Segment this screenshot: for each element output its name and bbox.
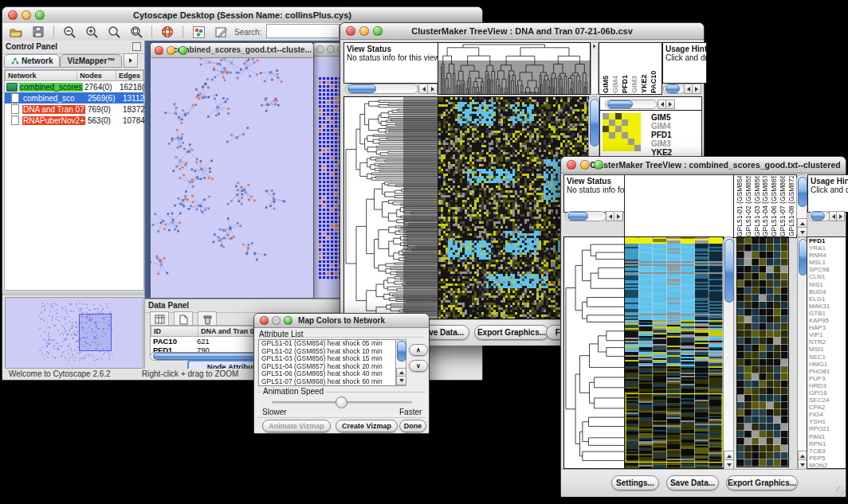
minimize-button[interactable] — [359, 26, 369, 36]
column-label[interactable]: GIM5 — [602, 45, 610, 93]
column-label[interactable]: PAC10 — [650, 45, 658, 93]
zoom-cell[interactable] — [609, 145, 615, 151]
zoom-cell[interactable] — [622, 145, 628, 151]
zoom-cell[interactable] — [603, 113, 609, 119]
zoom-fit-icon[interactable] — [105, 25, 123, 39]
column-label[interactable]: YKE2 — [640, 45, 648, 93]
gene-label[interactable]: RPN1 — [809, 440, 846, 447]
zoom-cell[interactable] — [634, 113, 641, 119]
network-list-row[interactable]: RNAPuberNov2+563(0)107847(0) — [5, 115, 143, 126]
tv1-status-hscrollbar[interactable] — [345, 84, 418, 94]
tv1-hints-hscrollbar[interactable] — [663, 84, 685, 94]
zoom-button[interactable] — [179, 46, 187, 55]
zoom-cell[interactable] — [615, 145, 622, 151]
tv2-zoom-heatmap[interactable] — [736, 236, 789, 467]
zoom-cell[interactable] — [615, 126, 622, 132]
zoom-cell[interactable] — [603, 139, 609, 145]
zoom-cell[interactable] — [622, 126, 628, 132]
open-folder-icon[interactable] — [7, 25, 25, 39]
minimize-button[interactable] — [580, 160, 590, 170]
gene-label[interactable]: GIM4 — [651, 122, 677, 131]
zoom-out-icon[interactable] — [61, 25, 78, 39]
zoom-cell[interactable] — [615, 113, 622, 119]
zoom-cell[interactable] — [615, 119, 622, 126]
tab-overflow-button[interactable] — [124, 53, 138, 68]
zoom-cell[interactable] — [628, 132, 634, 139]
minimize-button[interactable] — [327, 45, 335, 53]
vscroll-thumb[interactable] — [799, 239, 807, 275]
column-label[interactable]: PFD1 — [621, 45, 629, 93]
settings-button[interactable]: Settings... — [611, 475, 659, 490]
close-button[interactable] — [260, 316, 269, 325]
zoom-cell[interactable] — [634, 145, 641, 151]
tv2-hints-hscrollbar[interactable] — [808, 211, 830, 221]
tv2-collabel-vscrollbar[interactable] — [796, 174, 807, 238]
col-network[interactable]: Network — [6, 71, 77, 80]
network-list-row[interactable]: combined_scores2764(0)16218(0) — [5, 81, 143, 92]
tv2-status-hscrollbar[interactable] — [565, 211, 607, 221]
tab-vizmapper[interactable]: VizMapper™ — [60, 54, 122, 68]
gene-label[interactable]: MON2 — [809, 462, 846, 469]
column-label[interactable]: GPL51-07 (GSM868) — [779, 176, 787, 236]
hscroll-thumb[interactable] — [665, 84, 680, 93]
zoom-cell[interactable] — [628, 113, 634, 119]
attribute-item[interactable]: GPL51-07 (GSM868) heat shock 60 min — [259, 378, 396, 386]
tv1-coltree-vscroll[interactable] — [591, 42, 599, 95]
save-icon[interactable] — [29, 25, 47, 39]
scroll-down-button[interactable] — [396, 376, 406, 385]
gene-label[interactable]: BUD4 — [809, 288, 846, 295]
gene-label[interactable]: MAK31 — [809, 303, 846, 310]
tv1-column-dendrogram[interactable] — [438, 42, 591, 95]
zoom-button[interactable] — [594, 160, 603, 170]
vizmap-icon[interactable] — [190, 25, 207, 39]
float-panel-icon[interactable] — [132, 42, 141, 51]
minimize-button[interactable] — [167, 46, 175, 55]
gene-label[interactable]: SPC98 — [809, 266, 846, 273]
gene-label[interactable]: PFD1 — [809, 237, 846, 244]
col-edges[interactable]: Edges — [116, 71, 143, 80]
scroll-right-button[interactable] — [427, 84, 438, 94]
network-canvas[interactable] — [151, 44, 312, 283]
gene-label[interactable]: GIM3 — [651, 139, 677, 148]
vscroll-thumb[interactable] — [590, 99, 599, 147]
gene-label[interactable]: NIS1 — [809, 281, 846, 288]
zoom-cell[interactable] — [634, 126, 641, 132]
move-up-button[interactable]: ∧ — [409, 344, 428, 356]
column-label[interactable]: GIM4 — [611, 45, 619, 93]
attrlist-vscrollbar[interactable] — [395, 339, 406, 386]
tv2-row-dendrogram[interactable] — [563, 236, 626, 469]
panel-splitter[interactable] — [2, 291, 144, 295]
zoom-selected-icon[interactable] — [128, 25, 145, 39]
close-button[interactable] — [316, 45, 324, 53]
zoom-cell[interactable] — [603, 119, 609, 126]
zoom-cell[interactable] — [628, 139, 634, 145]
gene-label[interactable]: YSH1 — [809, 418, 846, 425]
zoom-cell[interactable] — [622, 139, 628, 145]
zoom-cell[interactable] — [628, 119, 634, 126]
move-down-button[interactable]: ∨ — [409, 360, 428, 372]
zoom-cell[interactable] — [615, 132, 622, 139]
search-input[interactable] — [266, 24, 340, 38]
export-graphics-button[interactable]: Export Graphics... — [726, 475, 798, 490]
attribute-listbox[interactable]: GPL51-01 (GSM854) heat shock 05 minGPL51… — [258, 339, 397, 386]
gene-label[interactable]: PFD1 — [651, 131, 677, 139]
column-label[interactable]: GPL51-03 (GSM856) — [753, 176, 762, 236]
zoom-cell[interactable] — [603, 132, 609, 139]
gene-label[interactable]: GPI16 — [809, 389, 846, 397]
zoom-cell[interactable] — [603, 145, 609, 151]
gene-label[interactable]: CLN1 — [809, 273, 846, 280]
zoom-cell[interactable] — [609, 132, 615, 139]
gene-label[interactable]: GTB1 — [809, 310, 846, 317]
gene-label[interactable]: KAP95 — [809, 317, 846, 324]
tab-network[interactable]: Network — [4, 54, 60, 68]
vscroll-thumb[interactable] — [798, 177, 807, 207]
gene-label[interactable]: TCB3 — [809, 447, 846, 455]
tv2-column-tree-area[interactable] — [624, 174, 734, 238]
export-graphics-button[interactable]: Export Graphics... — [474, 325, 549, 340]
treeview1-titlebar[interactable]: ClusterMaker TreeView : DNA and Tran 07-… — [340, 23, 704, 40]
create-vizmapbutton[interactable]: Create Vizmap — [336, 420, 398, 432]
close-button[interactable] — [8, 10, 18, 20]
hscroll-thumb[interactable] — [607, 100, 633, 108]
network-list-row[interactable]: DNA and Tran 07769(0)183728(0) — [5, 104, 143, 115]
zoom-cell[interactable] — [634, 119, 641, 126]
